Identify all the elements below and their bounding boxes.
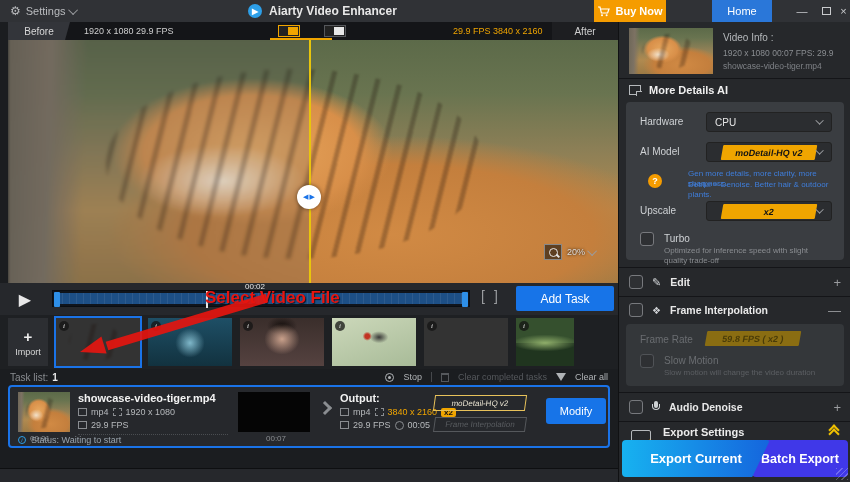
thumbnail-tiger[interactable]: i — [56, 318, 140, 366]
upscale-select[interactable]: x2 — [706, 201, 832, 221]
divider — [619, 392, 850, 393]
side-by-side-view-toggle[interactable] — [324, 25, 346, 37]
turbo-checkbox[interactable] — [640, 232, 654, 246]
split-view-toggle[interactable] — [278, 25, 300, 37]
collapse-export-settings-button[interactable] — [830, 430, 838, 438]
minimize-button[interactable]: — — [789, 0, 815, 22]
slow-motion-checkbox[interactable] — [640, 354, 654, 368]
split-view-icon — [288, 27, 298, 35]
upscale-value-badge: x2 — [721, 204, 818, 219]
buy-now-button[interactable]: Buy Now — [594, 0, 666, 22]
footer-strip — [0, 468, 618, 482]
resize-grip[interactable] — [836, 468, 848, 480]
compare-divider-handle[interactable]: ◀ ▶ — [297, 185, 321, 209]
frame-interpolation-box: Frame Rate 59.8 FPS ( x2 ) Slow Motion S… — [626, 324, 844, 386]
model-badge: moDetail-HQ v2 — [433, 395, 527, 411]
thumbnail-forest[interactable]: i — [516, 318, 574, 366]
hardware-label: Hardware — [640, 116, 683, 127]
settings-label: Settings — [26, 5, 66, 17]
edit-checkbox[interactable] — [629, 275, 643, 289]
close-button[interactable]: × — [837, 0, 850, 22]
output-resolution: 3840 x 2160 — [388, 407, 438, 417]
modify-button[interactable]: Modify — [546, 398, 606, 424]
info-icon[interactable]: i — [335, 321, 345, 331]
output-label: Output: — [340, 392, 380, 404]
export-current-button[interactable]: Export Current — [622, 440, 770, 477]
hardware-select[interactable]: CPU — [706, 112, 832, 132]
fps-icon — [340, 421, 349, 429]
ai-settings-box: Hardware CPU AI Model moDetail-HQ v2 ? G… — [626, 102, 844, 260]
clear-completed-button[interactable]: Clear completed tasks — [458, 372, 547, 382]
settings-menu[interactable]: ⚙ Settings — [0, 4, 78, 18]
add-task-button[interactable]: Add Task — [516, 286, 614, 311]
trim-start-handle[interactable] — [54, 292, 60, 307]
video-info-meta: 1920 x 1080 00:07 FPS: 29.9 — [723, 48, 834, 58]
tab-after[interactable]: After — [552, 22, 618, 40]
task-filename: showcase-video-tiger.mp4 — [78, 392, 216, 404]
thumbnail-hummingbird[interactable]: i — [332, 318, 416, 366]
clear-all-icon — [556, 373, 566, 381]
more-details-ai-header[interactable]: More Details AI — [629, 84, 728, 96]
zoom-control[interactable]: 20% — [544, 244, 597, 260]
media-bar: + Import i i i i i i — [0, 315, 618, 369]
help-icon[interactable]: ? — [648, 174, 662, 188]
frame-interpolation-checkbox[interactable] — [629, 303, 643, 317]
upscale-label: Upscale — [640, 205, 676, 216]
tab-before[interactable]: Before — [8, 22, 70, 40]
cart-icon — [597, 6, 610, 17]
expand-edit-button[interactable]: + — [833, 275, 841, 290]
chevron-down-icon — [815, 116, 823, 124]
side-panel: Video Info : 1920 x 1080 00:07 FPS: 29.9… — [618, 22, 850, 482]
plus-icon: + — [24, 328, 33, 345]
home-label: Home — [727, 5, 756, 17]
audio-denoise-label: Audio Denoise — [669, 401, 743, 413]
transport-bar: ▶ 00:02 [] Add Task — [0, 283, 618, 315]
stop-button[interactable]: Stop — [403, 372, 422, 382]
format-icon — [78, 408, 87, 416]
info-icon[interactable]: i — [519, 321, 529, 331]
info-icon[interactable]: i — [59, 321, 69, 331]
maximize-button[interactable] — [813, 0, 839, 22]
add-task-label: Add Task — [540, 292, 589, 306]
chevron-down-icon — [815, 146, 823, 154]
collapse-frame-interpolation-button[interactable]: — — [828, 303, 841, 318]
preview-header-strip: Before 1920 x 1080 29.9 FPS 29.9 FPS 384… — [8, 22, 618, 40]
export-current-label: Export Current — [650, 451, 742, 466]
thumbnail-baby[interactable]: i — [424, 318, 508, 366]
thumbnail-underwater[interactable]: i — [148, 318, 232, 366]
info-icon[interactable]: i — [427, 321, 437, 331]
play-button[interactable]: ▶ — [10, 286, 40, 312]
clear-all-button[interactable]: Clear all — [575, 372, 608, 382]
resolution-icon — [113, 408, 122, 416]
edit-label: Edit — [670, 276, 690, 288]
slow-motion-label: Slow Motion — [664, 355, 718, 366]
frame-interpolation-row[interactable]: ❖ Frame Interpolation — — [619, 300, 850, 320]
audio-denoise-checkbox[interactable] — [629, 400, 643, 414]
more-details-ai-title: More Details AI — [649, 84, 728, 96]
expand-audio-denoise-button[interactable]: + — [833, 400, 841, 415]
audio-denoise-row[interactable]: Audio Denoise + — [619, 397, 850, 417]
trim-brackets-button[interactable]: [] — [481, 288, 507, 304]
after-label: After — [574, 26, 595, 37]
import-button[interactable]: + Import — [8, 318, 48, 366]
task-list-actions: Stop Clear completed tasks Clear all — [385, 372, 608, 382]
resolution-icon — [375, 408, 384, 416]
app-logo-icon: ▶ — [248, 4, 262, 18]
task-row[interactable]: 00:01 showcase-video-tiger.mp4 mp4 1920 … — [8, 385, 610, 448]
title-bar: ⚙ Settings ▶ Aiarty Video Enhancer Buy N… — [0, 0, 850, 22]
ai-model-select[interactable]: moDetail-HQ v2 — [706, 142, 832, 162]
side-by-side-icon — [334, 27, 344, 35]
playhead[interactable] — [206, 291, 208, 308]
source-resolution-label: 1920 x 1080 29.9 FPS — [84, 26, 174, 36]
trim-end-handle[interactable] — [462, 292, 468, 307]
edit-section-row[interactable]: ✎ Edit + — [619, 272, 850, 292]
video-info-thumbnail — [629, 28, 713, 74]
thumbnail-portrait[interactable]: i — [240, 318, 324, 366]
input-fps: 29.9 FPS — [91, 420, 129, 430]
task-output-thumbnail — [238, 392, 310, 432]
info-icon[interactable]: i — [151, 321, 161, 331]
timeline[interactable]: 00:02 — [52, 290, 470, 307]
home-button[interactable]: Home — [712, 0, 772, 22]
video-info-filename: showcase-video-tiger.mp4 — [723, 61, 822, 71]
info-icon[interactable]: i — [243, 321, 253, 331]
